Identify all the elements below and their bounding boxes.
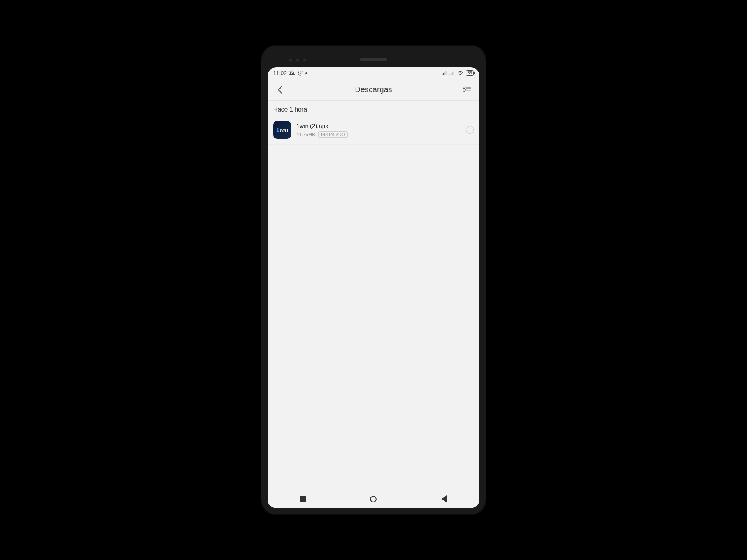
signal-icon: [442, 71, 447, 75]
alarm-icon: [297, 70, 303, 76]
svg-point-10: [460, 74, 461, 75]
section-time-label: Hace 1 hora: [268, 101, 479, 117]
wifi-icon: [457, 71, 463, 75]
phone-screen: 11:02: [268, 67, 479, 508]
svg-rect-2: [442, 74, 442, 75]
phone-notch: [268, 52, 479, 67]
app-icon-text-prefix: 1: [276, 127, 279, 133]
battery-icon: 55: [466, 70, 474, 76]
nav-back-button[interactable]: [432, 491, 456, 507]
app-header: Descargas: [268, 79, 479, 101]
svg-rect-4: [444, 72, 445, 75]
home-button[interactable]: [362, 491, 385, 507]
system-nav-bar: [268, 490, 479, 508]
battery-level: 55: [468, 71, 472, 75]
svg-rect-8: [452, 72, 453, 75]
svg-rect-7: [451, 73, 451, 75]
download-item[interactable]: 1win 1win (2).apk 41.76MB INSTALADO: [268, 117, 479, 145]
recents-button[interactable]: [291, 491, 315, 507]
status-bar: 11:02: [268, 67, 479, 79]
back-button[interactable]: [273, 83, 287, 97]
square-icon: [300, 496, 306, 502]
app-icon-text: win: [279, 127, 288, 133]
phone-speaker: [360, 58, 387, 61]
select-all-button[interactable]: [460, 83, 474, 97]
dnd-icon: [289, 70, 295, 76]
downloads-list[interactable]: Hace 1 hora 1win 1win (2).apk 41.76MB IN…: [268, 101, 479, 490]
signal-2-icon: [449, 71, 455, 75]
file-info: 1win (2).apk 41.76MB INSTALADO: [296, 122, 461, 138]
svg-rect-9: [453, 71, 454, 75]
svg-rect-6: [449, 74, 450, 75]
svg-rect-3: [443, 73, 444, 75]
file-name: 1win (2).apk: [296, 122, 461, 129]
circle-icon: [370, 496, 377, 502]
status-dot-icon: [305, 72, 307, 74]
app-icon: 1win: [273, 121, 291, 139]
page-title: Descargas: [355, 85, 392, 94]
svg-rect-5: [445, 71, 446, 75]
select-radio[interactable]: [466, 126, 474, 134]
phone-frame: 11:02: [261, 45, 486, 515]
phone-sensors: [289, 59, 306, 62]
triangle-icon: [441, 495, 447, 502]
file-size: 41.76MB: [296, 132, 315, 137]
install-status-badge: INSTALADO: [318, 131, 348, 138]
status-time: 11:02: [273, 70, 287, 76]
